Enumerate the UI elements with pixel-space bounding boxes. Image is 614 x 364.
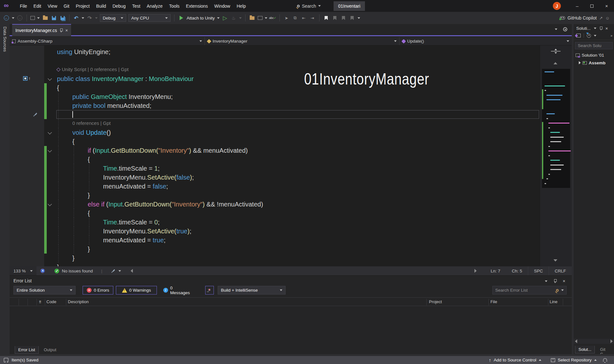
fold-collapse-icon[interactable]: [48, 202, 52, 206]
menu-build[interactable]: Build: [93, 2, 109, 10]
minimap-preview[interactable]: [542, 69, 570, 188]
hot-reload-dropdown[interactable]: [239, 17, 242, 19]
code-cleanup-icon[interactable]: [111, 268, 116, 273]
menu-window[interactable]: Window: [211, 2, 233, 10]
navigate-back-dropdown[interactable]: [12, 17, 14, 19]
indent-decrease-icon[interactable]: ⇤: [301, 15, 307, 21]
spell-check-icon[interactable]: abc✓: [270, 15, 276, 21]
start-without-debug-icon[interactable]: ▷: [222, 15, 228, 21]
data-sources-tab[interactable]: Data Sources: [3, 27, 7, 52]
menu-test[interactable]: Test: [129, 2, 144, 10]
tree-item-solution[interactable]: Solution '01: [574, 51, 614, 59]
close-button[interactable]: ×: [599, 0, 614, 12]
clear-bookmarks-icon[interactable]: [349, 15, 355, 21]
menu-file[interactable]: File: [17, 2, 30, 10]
code-line[interactable]: private bool menuActivated;: [10, 101, 540, 110]
menu-tools[interactable]: Tools: [166, 2, 183, 10]
column-header-file[interactable]: File: [490, 299, 497, 304]
code-line[interactable]: {: [10, 155, 540, 164]
start-debug-icon[interactable]: [178, 15, 184, 21]
feedback-icon[interactable]: ☺: [605, 16, 610, 20]
menu-analyze[interactable]: Analyze: [143, 2, 166, 10]
error-search-box[interactable]: [492, 286, 567, 295]
bookmark-dropdown[interactable]: [358, 17, 360, 19]
save-all-icon[interactable]: [59, 15, 66, 21]
next-bookmark-icon[interactable]: [340, 15, 347, 21]
code-editor[interactable]: using UnityEngine;Unity Script | 0 refer…: [10, 45, 572, 266]
code-line[interactable]: }: [10, 254, 540, 263]
menu-debug[interactable]: Debug: [109, 2, 129, 10]
panel-tab-output[interactable]: Output: [41, 346, 60, 353]
errors-toggle[interactable]: × 0 Errors: [83, 286, 113, 295]
tree-item-project[interactable]: Assemb: [574, 59, 614, 67]
code-line[interactable]: InventoryMenu.SetActive(true);: [10, 227, 540, 236]
warnings-toggle[interactable]: 0 Warnings: [116, 286, 157, 295]
panel-pin-icon[interactable]: [600, 27, 602, 30]
add-to-source-control-button[interactable]: ↑ Add to Source Control: [486, 357, 545, 363]
new-project-dropdown[interactable]: [37, 17, 40, 19]
fold-collapse-icon[interactable]: [48, 130, 52, 134]
filter-dropdown[interactable]: [594, 35, 596, 36]
column-header-code[interactable]: Code: [46, 299, 56, 304]
bookmark-icon[interactable]: [323, 15, 329, 21]
split-window-handle[interactable]: [551, 49, 561, 54]
maximize-button[interactable]: [585, 0, 599, 12]
code-line[interactable]: {: [10, 209, 540, 218]
code-line[interactable]: Unity Script | 0 references | Gpt: [10, 65, 540, 74]
document-tab[interactable]: InventoryManager.cs ×: [12, 24, 71, 36]
github-copilot-control[interactable]: GitHub Copilot ↗ ☺: [560, 15, 610, 20]
explorer-tab-solut-[interactable]: Solut...: [575, 346, 595, 353]
panel-options-dropdown[interactable]: [545, 280, 547, 282]
menu-edit[interactable]: Edit: [30, 2, 44, 10]
code-line[interactable]: menuActivated = false;: [10, 182, 540, 191]
panel-tab-error-list[interactable]: Error List: [15, 346, 39, 354]
prev-bookmark-icon[interactable]: [332, 15, 338, 21]
select-repository-button[interactable]: Select Repository: [548, 358, 600, 362]
minimize-button[interactable]: –: [570, 0, 585, 12]
issues-status[interactable]: No issues found: [62, 269, 93, 273]
navigate-back-icon[interactable]: ←: [3, 15, 10, 21]
code-line[interactable]: public GameObject InventoryMenu;: [10, 92, 540, 101]
column-header-line[interactable]: Line: [550, 299, 558, 304]
close-tab-icon[interactable]: ×: [65, 28, 68, 33]
code-line[interactable]: {: [10, 137, 540, 146]
project-dropdown[interactable]: Assembly-CSharp: [10, 37, 205, 45]
code-line[interactable]: 0 references | Gpt: [10, 119, 540, 128]
scroll-right-icon[interactable]: [474, 269, 477, 273]
attach-to-unity-label[interactable]: Attach to Unity: [187, 16, 215, 20]
column-header-project[interactable]: Project: [429, 299, 442, 304]
expander-icon[interactable]: [579, 61, 581, 64]
scroll-down-icon[interactable]: [553, 259, 557, 262]
undo-icon[interactable]: ↶: [73, 15, 79, 21]
undo-dropdown[interactable]: [82, 17, 84, 19]
attach-dropdown[interactable]: [217, 17, 220, 19]
document-list-dropdown[interactable]: [555, 28, 557, 30]
scroll-up-icon[interactable]: [553, 62, 557, 64]
spaces-indicator[interactable]: SPC: [528, 266, 549, 275]
redo-dropdown[interactable]: [95, 17, 98, 19]
fold-collapse-icon[interactable]: [48, 77, 52, 81]
minimap-scrollbar[interactable]: [540, 45, 572, 266]
preview-window-icon[interactable]: [258, 16, 263, 20]
code-line[interactable]: Time.timeScale = 1;: [10, 164, 540, 173]
code-line[interactable]: void Update(): [10, 128, 540, 137]
scroll-right-icon[interactable]: [610, 339, 613, 343]
line-ending-indicator[interactable]: CRLF: [549, 266, 572, 275]
codelens-indicator[interactable]: Unity Script | 0 references | Gpt: [57, 65, 129, 74]
scope-dropdown[interactable]: Entire Solution: [13, 286, 76, 295]
fold-collapse-icon[interactable]: [48, 148, 52, 152]
scroll-left-icon[interactable]: [575, 339, 577, 343]
panel-close-icon[interactable]: ×: [605, 26, 608, 31]
redo-icon[interactable]: ↷: [86, 15, 93, 21]
pending-changes-filter-icon[interactable]: [587, 34, 591, 38]
code-line[interactable]: else if (Input.GetButtonDown("Inventory"…: [10, 200, 540, 209]
code-line[interactable]: }: [10, 245, 540, 254]
search-options-dropdown[interactable]: [561, 289, 564, 291]
save-icon[interactable]: [51, 15, 57, 21]
navigate-forward-icon[interactable]: →: [17, 15, 23, 21]
quick-actions-icon[interactable]: [33, 112, 38, 118]
code-line[interactable]: [10, 56, 540, 65]
solution-configuration-dropdown[interactable]: Debug: [100, 14, 126, 22]
line-indicator[interactable]: Ln: 7: [485, 266, 506, 275]
solution-platform-dropdown[interactable]: Any CPU: [128, 14, 171, 22]
